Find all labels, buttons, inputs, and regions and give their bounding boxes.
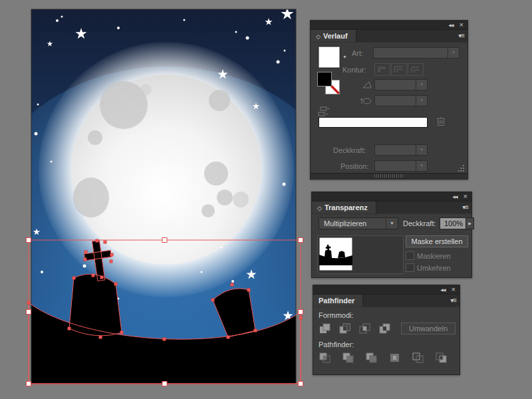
- close-panel-icon[interactable]: ×: [460, 21, 464, 28]
- unite-button[interactable]: [317, 322, 333, 335]
- transparency-panel-tabs: ◇Transparenz ▾≡: [312, 201, 471, 214]
- delete-stop-icon: [436, 116, 446, 126]
- gradient-swatch-menu-icon[interactable]: ▼: [342, 55, 347, 59]
- gradient-slider[interactable]: [319, 117, 428, 128]
- collapse-panel-icon[interactable]: ◀◀: [452, 194, 457, 199]
- night-scene: [0, 7, 310, 384]
- dropdown-arrow-icon: ▼: [416, 96, 427, 106]
- left-tombstone: [69, 274, 122, 336]
- panel-menu-icon[interactable]: ▾≡: [462, 203, 468, 211]
- dropdown-arrow-icon: ▼: [416, 161, 427, 171]
- shape-modes-label: Formmodi:: [319, 311, 354, 319]
- make-mask-button[interactable]: Maske erstellen: [406, 235, 468, 247]
- opacity-stepper[interactable]: ▶: [466, 217, 474, 229]
- clip-checkbox-label: Maskieren: [417, 252, 451, 260]
- close-panel-icon[interactable]: ×: [464, 193, 468, 200]
- fill-stroke-proxy[interactable]: [317, 72, 342, 97]
- stop-position-dropdown[interactable]: ▼: [374, 160, 428, 172]
- reverse-gradient-icon: [318, 106, 330, 117]
- panel-resize-bar[interactable]: [311, 173, 467, 179]
- dropdown-arrow-icon: ▼: [386, 218, 398, 229]
- close-panel-icon[interactable]: ×: [452, 286, 456, 293]
- object-thumbnail[interactable]: [319, 237, 352, 271]
- expand-button[interactable]: Umwandeln: [401, 323, 456, 334]
- gradient-panel-tabs: ◇Verlauf ▾≡: [311, 30, 467, 43]
- stroke-gradient-label: Kontur:: [342, 66, 366, 74]
- trim-button[interactable]: [340, 351, 356, 364]
- dropdown-arrow-icon: ▼: [416, 145, 427, 155]
- aspect-ratio-icon: [360, 96, 372, 106]
- gradient-panel-body: ▼ Art: ▼ Kontur:: [311, 43, 467, 179]
- stop-opacity-dropdown[interactable]: ▼: [374, 144, 428, 156]
- resize-grip[interactable]: [458, 165, 465, 172]
- gradient-type-dropdown[interactable]: ▼: [373, 47, 460, 59]
- invert-checkbox-label: Umkehren: [417, 264, 451, 272]
- transparency-panel-body: Multiplizieren ▼ Deckkraft: 100% ▶ Maske…: [312, 214, 471, 277]
- collapse-panel-icon[interactable]: ◀◀: [448, 23, 453, 27]
- divide-button[interactable]: [317, 351, 333, 364]
- panel-menu-icon[interactable]: ▾≡: [458, 32, 464, 39]
- tab-verlauf[interactable]: ◇Verlauf: [311, 30, 356, 42]
- minus-front-button[interactable]: [337, 322, 353, 335]
- artboard-canvas[interactable]: [0, 0, 310, 399]
- pathfinder-panel-tabs: Pathfinder ▾≡: [313, 295, 460, 307]
- clip-checkbox[interactable]: [406, 251, 414, 260]
- stop-opacity-label: Deckkraft:: [333, 146, 366, 154]
- gradient-swatch[interactable]: [319, 47, 340, 68]
- tab-toggle-icon[interactable]: ◇: [317, 205, 322, 211]
- outline-button[interactable]: [410, 351, 426, 364]
- stroke-within-button[interactable]: [374, 63, 390, 76]
- gradient-panel-header: ◀◀ ×: [311, 21, 467, 30]
- pathfinder-panel-body: Formmodi: Umwandeln Pathfinder:: [313, 307, 460, 374]
- panel-menu-icon[interactable]: ▾≡: [450, 297, 456, 304]
- fill-swatch[interactable]: [317, 72, 332, 86]
- merge-button[interactable]: [364, 351, 380, 364]
- tab-transparenz[interactable]: ◇Transparenz: [312, 201, 376, 213]
- collapse-panel-icon[interactable]: ◀◀: [440, 287, 445, 292]
- minus-back-button[interactable]: [434, 351, 450, 364]
- gradient-angle-dropdown[interactable]: ▼: [374, 79, 428, 90]
- pathfinder-panel: ◀◀ × Pathfinder ▾≡ Formmodi: Umwandeln P…: [313, 285, 460, 375]
- intersect-button[interactable]: [357, 322, 373, 335]
- moon: [71, 74, 261, 265]
- blend-mode-dropdown[interactable]: Multiplizieren ▼: [319, 217, 398, 229]
- opacity-label: Deckkraft:: [403, 219, 436, 227]
- pathfinder-panel-header: ◀◀ ×: [313, 285, 460, 295]
- exclude-button[interactable]: [377, 322, 393, 335]
- panel-drag-handle[interactable]: [374, 174, 404, 178]
- tab-toggle-icon[interactable]: ◇: [316, 33, 321, 40]
- gradient-type-label: Art:: [352, 49, 363, 57]
- crop-button[interactable]: [387, 351, 403, 364]
- dropdown-arrow-icon: ▼: [416, 80, 427, 90]
- stroke-along-button[interactable]: [391, 63, 407, 76]
- stop-position-label: Position:: [340, 162, 368, 170]
- gradient-angle-icon: [362, 80, 372, 89]
- dropdown-arrow-icon: ▼: [448, 48, 459, 58]
- blend-mode-value: Multiplizieren: [324, 219, 366, 229]
- aspect-ratio-dropdown[interactable]: ▼: [374, 95, 428, 106]
- invert-checkbox[interactable]: [406, 263, 414, 272]
- transparency-panel: ◀◀ × ◇Transparenz ▾≡ Multiplizieren ▼ De…: [311, 192, 472, 278]
- stroke-across-button[interactable]: [408, 63, 424, 76]
- tab-pathfinder[interactable]: Pathfinder: [313, 295, 363, 307]
- gradient-panel: ◀◀ × ◇Verlauf ▾≡ ▼ Art: ▼ Kontur:: [310, 20, 468, 180]
- object-thumbnail-well: [317, 235, 404, 274]
- transparency-panel-header: ◀◀ ×: [312, 192, 471, 201]
- pathfinder-modes-label: Pathfinder:: [319, 340, 354, 348]
